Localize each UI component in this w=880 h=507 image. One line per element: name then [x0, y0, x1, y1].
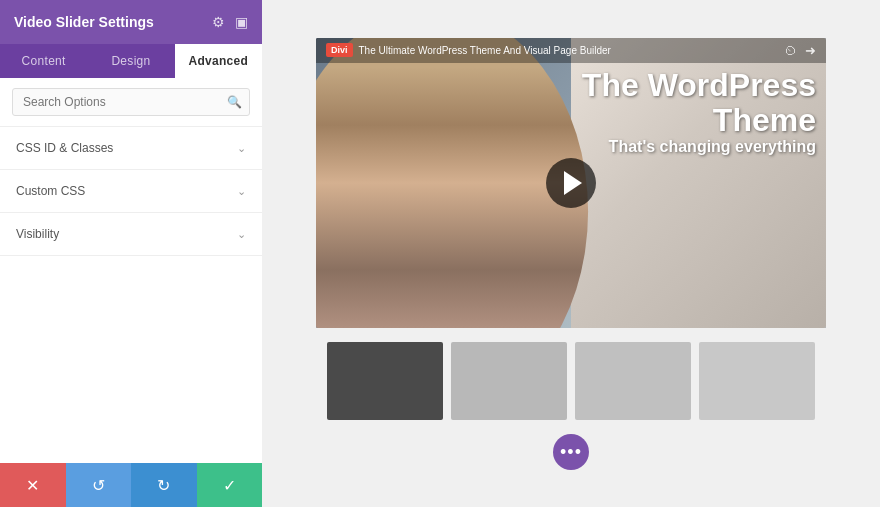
- video-player[interactable]: Divi The Ultimate WordPress Theme And Vi…: [316, 38, 826, 328]
- video-bar-left: Divi The Ultimate WordPress Theme And Vi…: [326, 43, 611, 57]
- accordion-visibility-label: Visibility: [16, 227, 59, 241]
- thumbnail-1[interactable]: [327, 342, 443, 420]
- clock-icon: ⏲: [784, 43, 797, 58]
- video-overlay-text: The WordPress Theme That's changing ever…: [582, 68, 816, 156]
- thumbnail-row: [327, 342, 815, 420]
- accordion-custom-css-header[interactable]: Custom CSS ⌄: [0, 170, 262, 212]
- video-bar-title: The Ultimate WordPress Theme And Visual …: [359, 45, 611, 56]
- play-button[interactable]: [546, 158, 596, 208]
- accordion-css-id-label: CSS ID & Classes: [16, 141, 113, 155]
- video-subtitle: That's changing everything: [582, 138, 816, 156]
- play-icon: [564, 171, 582, 195]
- tab-design[interactable]: Design: [87, 44, 174, 78]
- video-title-line1: The WordPress Theme: [582, 68, 816, 138]
- accordion-css-id-header[interactable]: CSS ID & Classes ⌄: [0, 127, 262, 169]
- panel-header: Video Slider Settings ⚙ ▣: [0, 0, 262, 44]
- thumbnail-2[interactable]: [451, 342, 567, 420]
- more-options-button[interactable]: •••: [553, 434, 589, 470]
- layout-icon[interactable]: ▣: [235, 14, 248, 30]
- tab-content[interactable]: Content: [0, 44, 87, 78]
- header-icons: ⚙ ▣: [212, 14, 248, 30]
- undo-button[interactable]: ↺: [66, 463, 132, 507]
- accordion-css-id: CSS ID & Classes ⌄: [0, 127, 262, 170]
- panel-title: Video Slider Settings: [14, 14, 154, 30]
- share-icon: ➜: [805, 43, 816, 58]
- video-bar-icons: ⏲ ➜: [784, 43, 816, 58]
- tabs-bar: Content Design Advanced: [0, 44, 262, 78]
- thumbnail-3[interactable]: [575, 342, 691, 420]
- search-input[interactable]: [12, 88, 250, 116]
- save-button[interactable]: ✓: [197, 463, 263, 507]
- cancel-button[interactable]: ✕: [0, 463, 66, 507]
- chevron-down-icon: ⌄: [237, 185, 246, 198]
- accordion-visibility: Visibility ⌄: [0, 213, 262, 256]
- accordion-custom-css: Custom CSS ⌄: [0, 170, 262, 213]
- panel-footer: ✕ ↺ ↻ ✓: [0, 463, 262, 507]
- accordion-custom-css-label: Custom CSS: [16, 184, 85, 198]
- thumbnail-4[interactable]: [699, 342, 815, 420]
- settings-icon[interactable]: ⚙: [212, 14, 225, 30]
- search-bar: 🔍: [0, 78, 262, 127]
- preview-area: Divi The Ultimate WordPress Theme And Vi…: [262, 0, 880, 507]
- video-top-bar: Divi The Ultimate WordPress Theme And Vi…: [316, 38, 826, 63]
- tab-advanced[interactable]: Advanced: [175, 44, 262, 78]
- settings-panel: Video Slider Settings ⚙ ▣ Content Design…: [0, 0, 262, 507]
- chevron-down-icon: ⌄: [237, 228, 246, 241]
- divi-logo: Divi: [326, 43, 353, 57]
- redo-button[interactable]: ↻: [131, 463, 197, 507]
- video-background: Divi The Ultimate WordPress Theme And Vi…: [316, 38, 826, 328]
- accordion-visibility-header[interactable]: Visibility ⌄: [0, 213, 262, 255]
- chevron-down-icon: ⌄: [237, 142, 246, 155]
